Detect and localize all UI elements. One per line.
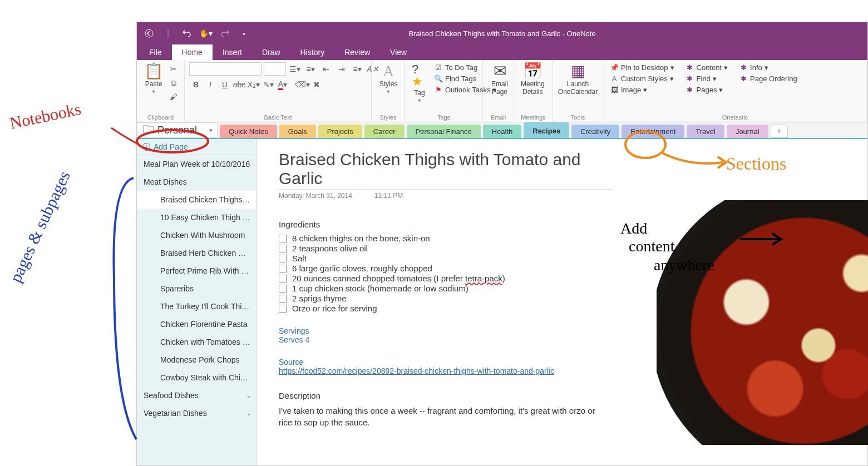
section-tab-projects[interactable]: Projects: [318, 125, 362, 138]
section-tab-quick-notes[interactable]: Quick Notes: [220, 125, 277, 138]
pin-icon: 📌: [610, 63, 619, 72]
undo-button[interactable]: [179, 26, 195, 41]
page-item[interactable]: Chicken with Tomatoes an: [137, 333, 256, 351]
font-size-input[interactable]: [264, 62, 286, 76]
font-family-input[interactable]: [189, 62, 262, 76]
tab-file[interactable]: File: [139, 44, 172, 60]
page-item[interactable]: Chicken Florentine Pasta: [137, 315, 256, 333]
section-bar: Personal ▼ Quick NotesGoalsProjectsCaree…: [137, 122, 867, 139]
page-item[interactable]: Cowboy Steak with Chimic: [137, 369, 256, 386]
page-item[interactable]: The Turkey I'll Cook This Y: [137, 298, 256, 315]
chevron-down-icon: ⌄: [246, 391, 251, 399]
touch-mode-button[interactable]: ✋▾: [198, 26, 214, 41]
tab-insert[interactable]: Insert: [213, 44, 252, 60]
macro-icon: ✱: [739, 75, 748, 83]
tag-icon: ?★: [412, 63, 427, 88]
info-macro-button[interactable]: ✱Info ▾: [737, 62, 800, 73]
checkbox[interactable]: [279, 255, 287, 262]
content-macro-button[interactable]: ✱Content ▾: [683, 62, 731, 73]
highlight-button[interactable]: ✎▾: [262, 78, 274, 91]
section-tab-entertainment[interactable]: Entertainment: [622, 125, 684, 138]
page-item[interactable]: Braised Herb Chicken Thig: [137, 244, 256, 262]
add-page-button[interactable]: + Add Page: [137, 139, 256, 155]
checkbox[interactable]: [279, 245, 287, 252]
page-date: Monday, March 31, 201411:11 PM: [279, 192, 845, 200]
search-icon: 🔍: [434, 75, 443, 83]
title-bar: | ✋▾ ▾ Braised Chicken Thighs with Tomat…: [137, 22, 867, 44]
outdent-button[interactable]: ⇤: [320, 63, 332, 75]
styles-button[interactable]: A Styles▼: [376, 62, 401, 96]
page-title[interactable]: Braised Chicken Thighs with Tomato and G…: [279, 150, 613, 190]
redo-button[interactable]: [217, 26, 233, 41]
section-tab-creativity[interactable]: Creativity: [571, 125, 619, 138]
find-macro-button[interactable]: ✱Find ▾: [683, 73, 731, 84]
meeting-details-button[interactable]: 📅 Meeting Details: [519, 62, 547, 97]
styles-icon: A: [383, 63, 394, 79]
page-item[interactable]: Meal Plan Week of 10/10/2016: [137, 155, 256, 173]
section-tab-journal[interactable]: Journal: [727, 125, 768, 138]
tab-review[interactable]: Review: [334, 44, 380, 60]
checkbox[interactable]: [279, 305, 287, 313]
subscript-button[interactable]: X₂▾: [248, 78, 260, 91]
section-tab-travel[interactable]: Travel: [687, 125, 724, 138]
section-tab-personal-finance[interactable]: Personal Finance: [407, 125, 481, 138]
back-button[interactable]: [141, 26, 157, 41]
section-tab-goals[interactable]: Goals: [279, 125, 316, 138]
checkbox[interactable]: [279, 235, 287, 242]
checkbox[interactable]: [279, 295, 287, 303]
indent-button[interactable]: ⇥: [336, 63, 348, 75]
launch-onecalendar-button[interactable]: ▦ Launch OneCalendar: [558, 62, 598, 97]
pages-macro-button[interactable]: ✱Pages ▾: [683, 85, 731, 95]
format-painter-button[interactable]: 🖌: [167, 91, 180, 103]
tab-view[interactable]: View: [380, 44, 417, 60]
strike-button[interactable]: abc: [233, 78, 245, 91]
italic-button[interactable]: I: [204, 78, 216, 91]
page-ordering-button[interactable]: ✱Page Ordering: [737, 73, 800, 84]
tab-history[interactable]: History: [290, 44, 335, 60]
image-icon: 🖼: [610, 86, 619, 94]
section-tab-recipes[interactable]: Recipes: [524, 122, 569, 138]
checkbox[interactable]: [279, 275, 287, 282]
page-item[interactable]: Seafood Dishes⌄: [137, 386, 256, 404]
section-tab-health[interactable]: Health: [483, 125, 522, 138]
section-tab-career[interactable]: Career: [364, 125, 405, 138]
page-item[interactable]: Chicken With Mushroom: [137, 226, 256, 244]
page-item[interactable]: Vegetarian Dishes⌄: [137, 404, 256, 422]
tag-button[interactable]: ?★ Tag▼: [410, 62, 430, 105]
notebook-dropdown[interactable]: Personal ▼: [137, 122, 218, 138]
page-item[interactable]: Braised Chicken Thighs wi: [137, 191, 256, 209]
page-item[interactable]: 10 Easy Chicken Thigh Re: [137, 209, 256, 226]
ann-notebooks: Notebooks: [8, 100, 82, 132]
underline-button[interactable]: U: [219, 78, 231, 91]
custom-styles-button[interactable]: ACustom Styles ▾: [608, 73, 677, 84]
page-item[interactable]: Spareribs: [137, 280, 256, 298]
chevron-down-icon: ⌄: [246, 409, 251, 417]
page-item[interactable]: Modenese Pork Chops: [137, 351, 256, 369]
source-link[interactable]: https://food52.com/recipes/20892-braised…: [279, 366, 554, 375]
bullets-button[interactable]: ☰▾: [289, 63, 301, 75]
eraser-button[interactable]: ⌫▾: [296, 78, 308, 91]
paste-button[interactable]: 📋 Paste ▼: [141, 62, 166, 96]
tab-home[interactable]: Home: [172, 44, 213, 60]
cut-button[interactable]: ✂: [167, 63, 180, 75]
pin-desktop-button[interactable]: 📌Pin to Desktop ▾: [608, 62, 677, 73]
checkbox[interactable]: [279, 265, 287, 272]
bold-button[interactable]: B: [190, 78, 202, 91]
calendar-icon: 📅: [523, 63, 542, 79]
checkbox[interactable]: [279, 285, 287, 293]
email-page-button[interactable]: ✉ Email Page: [487, 62, 512, 97]
qat-customize-button[interactable]: ▾: [236, 26, 251, 41]
page-item[interactable]: Meat Dishes: [137, 173, 256, 191]
tab-draw[interactable]: Draw: [252, 44, 290, 60]
add-section-button[interactable]: +: [771, 125, 788, 138]
font-color-button[interactable]: A▾: [277, 78, 289, 91]
description-text: I've taken to making this once a week --…: [279, 405, 601, 428]
checkbox-icon: ☑: [434, 63, 443, 72]
delete-button[interactable]: ✖: [310, 78, 323, 91]
image-macro-button[interactable]: 🖼Image ▾: [608, 85, 677, 95]
page-item[interactable]: Perfect Prime Rib With Re: [137, 262, 256, 280]
copy-button[interactable]: ⧉: [167, 77, 180, 89]
flag-icon: ⚑: [434, 86, 443, 94]
align-button[interactable]: ≡▾: [351, 63, 363, 75]
numbering-button[interactable]: ≡▾: [304, 63, 317, 75]
